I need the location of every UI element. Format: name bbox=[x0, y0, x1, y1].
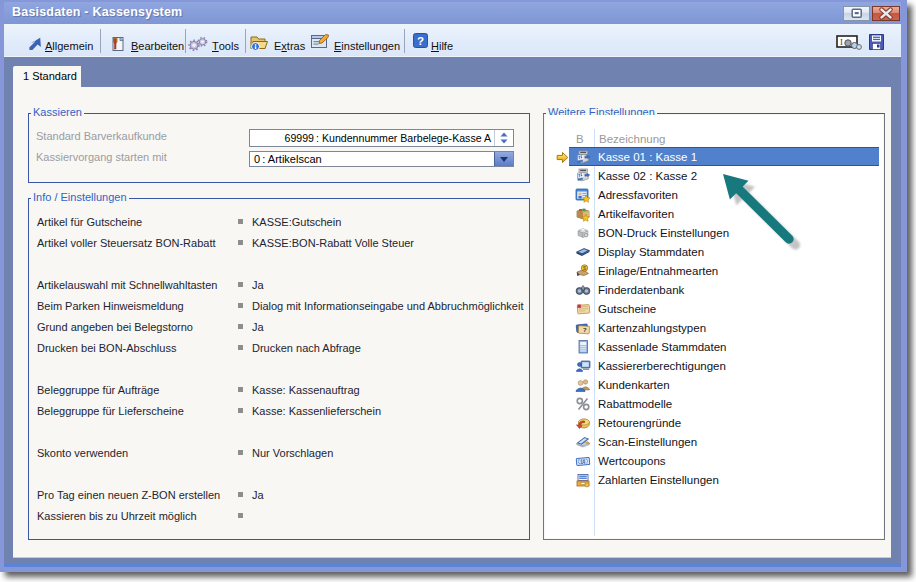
svg-text:I: I bbox=[840, 37, 843, 47]
svg-text:?: ? bbox=[417, 35, 424, 47]
svg-text:10: 10 bbox=[580, 459, 586, 464]
svg-text:$: $ bbox=[583, 265, 586, 271]
